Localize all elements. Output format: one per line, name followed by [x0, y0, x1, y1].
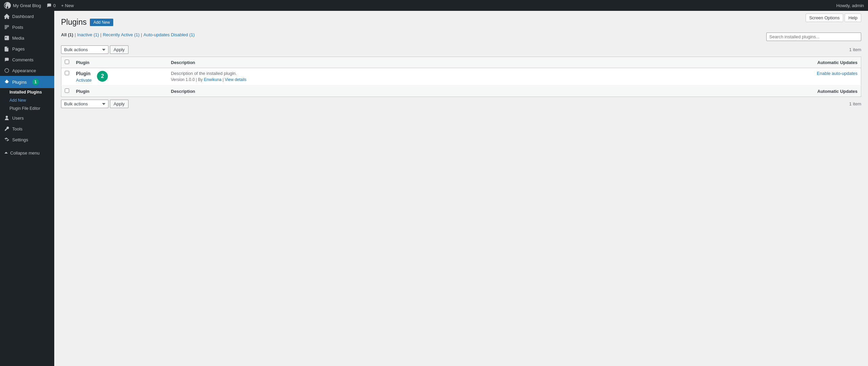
submenu-installed-plugins[interactable]: Installed Plugins: [0, 88, 54, 96]
tablenav-bottom: Bulk actions Apply 1 item: [61, 100, 861, 108]
sidebar-item-plugins[interactable]: Plugins 1: [0, 76, 54, 88]
sidebar-item-posts[interactable]: Posts: [0, 22, 54, 33]
th-description: Description: [167, 57, 793, 68]
plugins-table: Plugin Description Automatic Updates: [61, 57, 861, 97]
appearance-label: Appearance: [12, 68, 36, 73]
enable-auto-updates-link[interactable]: Enable auto-updates: [817, 71, 857, 76]
dashboard-icon: [4, 14, 9, 19]
dashboard-label: Dashboard: [12, 14, 34, 19]
plugin-author-link[interactable]: Enwikuna: [204, 77, 221, 82]
bubble-icon: [46, 3, 52, 8]
media-label: Media: [12, 36, 24, 41]
wordpress-icon: [4, 2, 11, 9]
settings-label: Settings: [12, 137, 28, 142]
collapse-menu[interactable]: Collapse menu: [0, 148, 54, 158]
sidebar-item-users[interactable]: Users: [0, 113, 54, 123]
filter-recently-active[interactable]: Recently Active (1): [103, 32, 139, 37]
admin-bar: My Great Blog 0 + New Howdy, admin: [0, 0, 868, 11]
plugin-description: Description of the installed plugin.: [171, 71, 790, 76]
plugins-label: Plugins: [12, 80, 27, 85]
search-input[interactable]: [766, 33, 861, 41]
sidebar-item-tools[interactable]: Tools: [0, 123, 54, 134]
wp-logo[interactable]: My Great Blog: [4, 2, 41, 9]
users-label: Users: [12, 116, 24, 121]
tfoot-plugin: Plugin: [73, 86, 167, 97]
bulk-actions-select-top[interactable]: Bulk actions: [61, 45, 108, 54]
th-check: [61, 57, 73, 68]
comments-link[interactable]: 0: [46, 3, 56, 8]
users-icon: [4, 115, 9, 121]
activate-link[interactable]: Activate: [76, 78, 92, 83]
main-content: Plugins Add New All (1) | Inactive (1) |…: [54, 11, 868, 366]
tfoot-description: Description: [167, 86, 793, 97]
comments-count: 0: [53, 3, 56, 8]
sidebar-item-dashboard[interactable]: Dashboard: [0, 11, 54, 22]
row-select-1[interactable]: [65, 71, 69, 75]
search-box: [766, 33, 861, 41]
pages-label: Pages: [12, 46, 25, 52]
tablenav-top: Bulk actions Apply 1 item: [61, 45, 861, 54]
th-plugin: Plugin: [73, 57, 167, 68]
top-buttons: Screen Options Help: [806, 14, 861, 22]
sidebar-item-comments[interactable]: Comments: [0, 54, 54, 65]
select-all-top[interactable]: [65, 60, 69, 64]
page-header: Plugins Add New: [61, 18, 861, 27]
tfoot-auto-updates: Automatic Updates: [793, 86, 861, 97]
plugin-name-cell: Plugin Activate 2: [73, 68, 167, 86]
add-new-button[interactable]: Add New: [90, 19, 113, 26]
tools-label: Tools: [12, 126, 22, 131]
plugin-desc-cell: Description of the installed plugin. Ver…: [167, 68, 793, 86]
apply-button-bottom[interactable]: Apply: [110, 100, 129, 108]
posts-icon: [4, 24, 9, 30]
appearance-icon: [4, 68, 9, 73]
new-link[interactable]: + New: [61, 3, 74, 8]
select-all-bottom[interactable]: [65, 88, 69, 93]
table-row: Plugin Activate 2 Description of the ins…: [61, 68, 861, 86]
page-title: Plugins: [61, 18, 86, 27]
filter-all[interactable]: All (1): [61, 32, 73, 37]
filter-inactive[interactable]: Inactive (1): [77, 32, 99, 37]
sidebar-item-appearance[interactable]: Appearance: [0, 65, 54, 76]
settings-icon: [4, 137, 9, 142]
plugin-meta: Version 1.0.0 | By Enwikuna | View detai…: [171, 77, 790, 82]
site-name[interactable]: My Great Blog: [13, 3, 41, 8]
posts-label: Posts: [12, 25, 23, 30]
screen-options-button[interactable]: Screen Options: [806, 14, 844, 22]
th-auto-updates: Automatic Updates: [793, 57, 861, 68]
pages-icon: [4, 46, 9, 52]
help-button[interactable]: Help: [845, 14, 861, 22]
comments-icon: [4, 57, 9, 62]
plugin-name: Plugin: [76, 71, 92, 76]
submenu-add-new[interactable]: Add New: [0, 96, 54, 104]
row-checkbox: [61, 68, 73, 86]
plugins-icon: [4, 79, 9, 85]
collapse-icon: [4, 151, 8, 155]
filter-auto-updates-disabled[interactable]: Auto-updates Disabled (1): [143, 32, 195, 37]
sidebar-item-pages[interactable]: Pages: [0, 43, 54, 54]
auto-updates-cell: Enable auto-updates: [793, 68, 861, 86]
tfoot-check: [61, 86, 73, 97]
tools-icon: [4, 126, 9, 131]
howdy-label: Howdy, admin: [836, 3, 864, 8]
submenu-plugin-file-editor[interactable]: Plugin File Editor: [0, 104, 54, 113]
view-details-link[interactable]: View details: [225, 77, 246, 82]
item-count-bottom: 1 item: [849, 101, 861, 106]
bulk-actions-select-bottom[interactable]: Bulk actions: [61, 100, 108, 108]
item-count-top: 1 item: [849, 47, 861, 52]
apply-button-top[interactable]: Apply: [110, 45, 129, 54]
step-badge-2: 2: [97, 71, 108, 82]
sidebar-item-media[interactable]: Media: [0, 33, 54, 43]
sidebar: Dashboard Posts Media Pages Comments App…: [0, 11, 54, 366]
comments-label: Comments: [12, 57, 34, 62]
media-icon: [4, 35, 9, 41]
sidebar-item-settings[interactable]: Settings: [0, 134, 54, 145]
plugins-badge: 1: [32, 79, 39, 85]
filter-links: All (1) | Inactive (1) | Recently Active…: [61, 32, 195, 37]
